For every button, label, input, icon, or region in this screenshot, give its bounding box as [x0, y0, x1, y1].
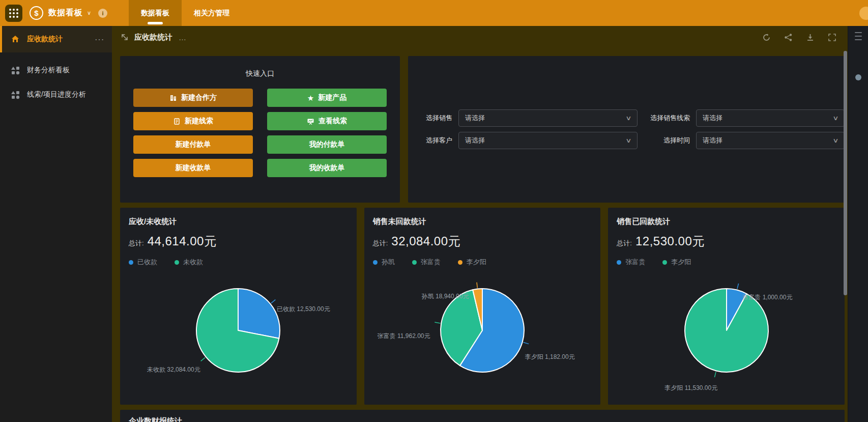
view-leads-button[interactable]: 查看线索 — [267, 112, 387, 130]
legend-label: 未收款 — [183, 258, 203, 267]
new-product-button[interactable]: ★ 新建产品 — [267, 89, 387, 107]
app-grid-icon[interactable] — [5, 5, 22, 22]
legend-item[interactable]: 未收款 — [175, 258, 203, 266]
button-label: 新建付款单 — [176, 140, 211, 149]
new-receipt-order-button[interactable]: 新建收款单 — [133, 159, 253, 177]
chart-title: 销售未回款统计 — [373, 217, 601, 227]
presentation-icon — [307, 118, 314, 125]
content: 应收款统计 … 快速入口 — [112, 26, 848, 422]
filter-card: 选择销售 请选择 ∨ 选择销售线索 请选择 ∨ 选择客户 — [408, 56, 845, 203]
pie-callout-label: 未收款 32,084.00元 — [147, 365, 200, 374]
filter-label-sales-lead: 选择销售线索 — [644, 114, 690, 123]
chevron-down-icon[interactable]: ∨ — [87, 10, 91, 16]
total-label: 总计: — [373, 239, 388, 248]
pie-slice[interactable] — [238, 289, 280, 339]
chart-card-sales-paid: 销售已回款统计 总计: 12,530.00元 张富贵李夕阳 张富贵 1,000.… — [608, 208, 845, 405]
new-lead-button[interactable]: 新建线索 — [133, 112, 253, 130]
pie-svg — [426, 274, 538, 386]
app-window: $ 数据看板 ∨ i 数据看板 相关方管理 应收款统计 ··· — [0, 0, 868, 422]
legend-item[interactable]: 张富贵 — [412, 258, 441, 266]
chevron-down-icon: ∨ — [832, 115, 838, 122]
chart-total: 总计: 44,614.00元 — [129, 233, 357, 249]
my-payment-orders-button[interactable]: 我的付款单 — [267, 135, 387, 154]
pie-callout-label: 张富贵 11,962.00元 — [378, 332, 430, 341]
legend-item[interactable]: 已收款 — [129, 258, 157, 266]
tab-dashboard[interactable]: 数据看板 — [129, 0, 182, 26]
dashboard-body: 快速入口 新建合作方 ★ 新建产品 — [112, 48, 848, 422]
dot-icon[interactable] — [855, 74, 861, 80]
pie-chart: 孙凯 18,940.00元张富贵 11,962.00元李夕阳 1,182.00元 — [364, 268, 601, 397]
legend-label: 李夕阳 — [467, 258, 486, 267]
customer-select[interactable]: 请选择 ∨ — [458, 132, 638, 149]
diagonal-resize-icon[interactable] — [120, 33, 129, 42]
chevron-down-icon: ∨ — [625, 115, 631, 122]
legend-item[interactable]: 李夕阳 — [662, 258, 691, 266]
right-panel-strip — [848, 26, 868, 422]
legend-dot — [175, 260, 179, 265]
legend-item[interactable]: 李夕阳 — [458, 258, 486, 266]
legend-label: 张富贵 — [421, 258, 441, 267]
fullscreen-icon[interactable] — [828, 33, 836, 42]
total-value: 44,614.00元 — [148, 233, 217, 249]
legend-dot — [458, 260, 462, 265]
new-payment-order-button[interactable]: 新建付款单 — [133, 135, 253, 154]
select-value: 请选择 — [703, 114, 722, 123]
chart-title: 企业数财报统计 — [129, 416, 845, 422]
sales-select[interactable]: 请选择 ∨ — [458, 109, 638, 127]
filter-label-sales: 选择销售 — [419, 114, 452, 123]
callout-leader-line — [737, 284, 739, 289]
sidebar-item-receivables-stats[interactable]: 应收款统计 ··· — [0, 26, 112, 52]
select-value: 请选择 — [465, 114, 485, 123]
callout-leader-line — [477, 283, 477, 288]
pie-callout-label: 已收款 12,530.00元 — [277, 305, 330, 314]
tab-stakeholder-management[interactable]: 相关方管理 — [182, 0, 242, 26]
chart-legend: 孙凯张富贵李夕阳 — [373, 258, 601, 266]
legend-item[interactable]: 孙凯 — [373, 258, 395, 266]
callout-leader-line — [524, 343, 529, 344]
dashboard-icon — [10, 65, 20, 75]
callout-leader-line — [714, 372, 716, 377]
header-actions — [762, 33, 836, 42]
time-select[interactable]: 请选择 ∨ — [696, 132, 845, 149]
download-icon[interactable] — [806, 33, 815, 42]
button-label: 我的收款单 — [309, 163, 345, 173]
logo-glyph: $ — [34, 9, 38, 17]
sidebar-item-leads-progress[interactable]: 线索/项目进度分析 — [0, 83, 112, 106]
dashboard-icon — [10, 90, 20, 100]
filter-label-time: 选择时间 — [644, 136, 690, 145]
my-receipt-orders-button[interactable]: 我的收款单 — [267, 159, 387, 177]
sidebar-item-finance-analysis[interactable]: 财务分析看板 — [0, 59, 112, 82]
sidebar-item-label: 线索/项目进度分析 — [27, 90, 86, 99]
avatar[interactable] — [859, 7, 868, 20]
callout-leader-line — [201, 357, 205, 361]
home-icon — [10, 34, 20, 44]
pie-callout-label: 李夕阳 1,182.00元 — [525, 353, 575, 361]
info-icon[interactable]: i — [98, 9, 107, 18]
sales-lead-select[interactable]: 请选择 ∨ — [696, 109, 845, 127]
new-partner-button[interactable]: 新建合作方 — [133, 89, 253, 107]
callout-leader-line — [271, 300, 275, 303]
chart-total: 总计: 12,530.00元 — [617, 233, 845, 249]
sidebar-item-label: 财务分析看板 — [27, 66, 70, 75]
legend-item[interactable]: 张富贵 — [617, 258, 645, 266]
legend-dot — [412, 260, 417, 265]
topbar-tabs: 数据看板 相关方管理 — [129, 0, 242, 26]
topbar: $ 数据看板 ∨ i 数据看板 相关方管理 — [0, 0, 868, 26]
more-icon[interactable]: … — [179, 33, 187, 42]
pie-callout-label: 张富贵 1,000.00元 — [742, 293, 792, 302]
list-icon[interactable] — [855, 32, 862, 40]
vertical-scrollbar[interactable] — [844, 51, 847, 295]
chart-legend: 已收款未收款 — [129, 258, 357, 266]
main-area: 应收款统计 ··· 财务分析看板 — [0, 26, 868, 422]
more-dots-icon[interactable]: ··· — [95, 36, 105, 43]
share-icon[interactable] — [784, 33, 793, 42]
chart-card-received-vs-unreceived: 应收/未收统计 总计: 44,614.00元 已收款未收款 已收款 12,530… — [120, 208, 357, 405]
sidebar: 应收款统计 ··· 财务分析看板 — [0, 26, 112, 422]
select-value: 请选择 — [703, 136, 722, 145]
refresh-icon[interactable] — [762, 33, 771, 42]
quick-entry-title: 快速入口 — [133, 69, 387, 78]
legend-dot — [373, 260, 378, 265]
quick-entry-grid: 新建合作方 ★ 新建产品 新建线索 — [133, 89, 387, 177]
page-title: 应收款统计 — [134, 33, 172, 42]
sidebar-item-label: 应收款统计 — [27, 35, 63, 44]
